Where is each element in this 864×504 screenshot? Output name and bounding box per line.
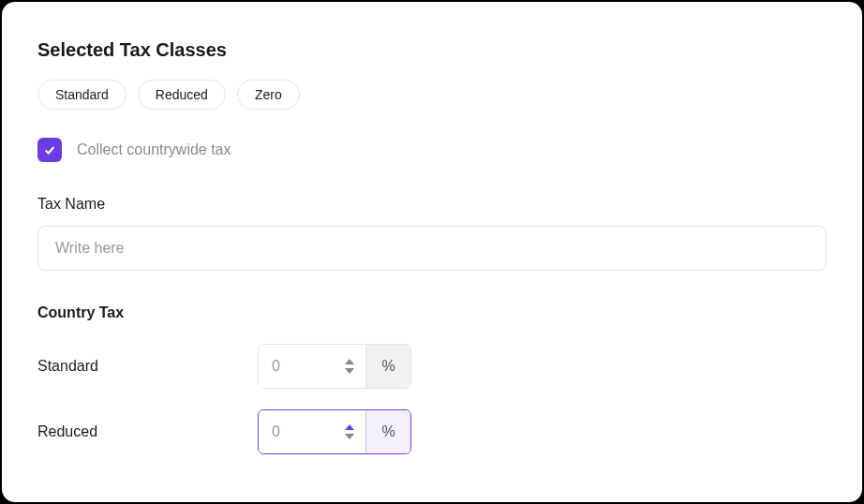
country-tax-title: Country Tax bbox=[37, 304, 827, 321]
tax-row-label: Reduced bbox=[37, 423, 258, 440]
reduced-rate-input-group: % bbox=[258, 409, 411, 454]
check-icon bbox=[43, 143, 56, 156]
reduced-rate-input[interactable] bbox=[259, 410, 339, 453]
tax-row-standard: Standard % bbox=[37, 344, 827, 389]
stepper-up-icon[interactable] bbox=[345, 424, 354, 430]
stepper-down-icon[interactable] bbox=[345, 368, 354, 374]
tax-row-reduced: Reduced % bbox=[37, 409, 827, 454]
section-title: Selected Tax Classes bbox=[37, 39, 827, 61]
tax-class-chip-row: Standard Reduced Zero bbox=[37, 80, 827, 110]
tax-row-label: Standard bbox=[37, 358, 258, 375]
standard-rate-input[interactable] bbox=[259, 345, 339, 388]
stepper-down-icon[interactable] bbox=[345, 434, 354, 439]
tax-name-input[interactable] bbox=[37, 226, 827, 271]
collect-countrywide-checkbox[interactable] bbox=[37, 138, 62, 162]
chip-standard[interactable]: Standard bbox=[37, 80, 127, 110]
chip-reduced[interactable]: Reduced bbox=[138, 80, 226, 110]
percent-unit: % bbox=[365, 410, 410, 453]
percent-unit: % bbox=[365, 345, 410, 388]
standard-stepper bbox=[339, 345, 365, 388]
reduced-stepper bbox=[339, 410, 365, 453]
collect-countrywide-label: Collect countrywide tax bbox=[77, 141, 231, 158]
standard-rate-input-group: % bbox=[258, 344, 411, 389]
tax-name-label: Tax Name bbox=[37, 196, 827, 213]
collect-countrywide-row: Collect countrywide tax bbox=[37, 138, 827, 162]
chip-zero[interactable]: Zero bbox=[237, 80, 300, 110]
stepper-up-icon[interactable] bbox=[345, 359, 354, 364]
tax-settings-card: Selected Tax Classes Standard Reduced Ze… bbox=[2, 2, 862, 502]
